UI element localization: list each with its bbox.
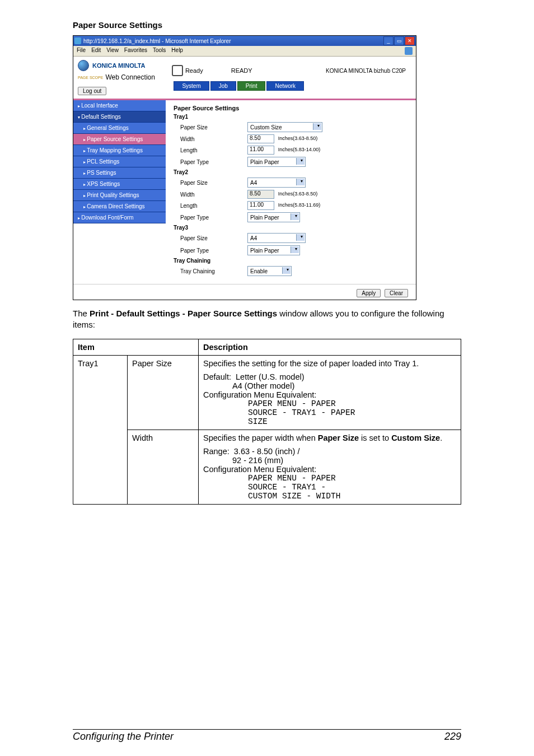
tray1-papertype-label: Paper Type: [174, 159, 247, 165]
footer-left: Configuring the Printer: [73, 731, 174, 743]
tab-print[interactable]: Print: [237, 81, 266, 91]
settings-table: Item Description Tray1 Paper Size Specif…: [73, 339, 461, 505]
r2-b1: Paper Size: [318, 433, 359, 442]
r1-menu2: SOURCE - TRAY1 - PAPER: [203, 408, 456, 417]
th-description: Description: [199, 339, 461, 355]
tab-system[interactable]: System: [174, 81, 209, 91]
globe-icon: [78, 60, 89, 71]
tab-job[interactable]: Job: [210, 81, 236, 91]
r2-end: .: [440, 433, 442, 442]
brand-text: KONICA MINOLTA: [92, 62, 146, 69]
th-item: Item: [73, 339, 199, 355]
r2-cfg-label: Configuration Menu Equivalent:: [203, 465, 316, 474]
minimize-button[interactable]: _: [383, 36, 394, 45]
ready-small: Ready: [185, 67, 203, 74]
ie-favicon-icon: [74, 38, 81, 44]
menu-favorites[interactable]: Favorites: [124, 47, 147, 55]
nav-local-interface[interactable]: Local Interface: [73, 100, 166, 111]
r1-menu3: SIZE: [203, 417, 456, 426]
nav-tray-mapping[interactable]: Tray Mapping Settings: [73, 145, 166, 156]
menu-tools[interactable]: Tools: [153, 47, 166, 55]
tray2-length-input[interactable]: 11.00: [247, 201, 274, 210]
tray3-papersize-select[interactable]: A4: [247, 233, 306, 243]
tray1-papertype-select[interactable]: Plain Paper: [247, 157, 306, 167]
page-footer: Configuring the Printer 229: [73, 729, 461, 743]
tray2-width-label: Width: [174, 192, 247, 198]
ready-big: READY: [231, 67, 252, 74]
tray1-papersize-select[interactable]: Custom Size: [247, 122, 322, 132]
footer-right: 229: [444, 731, 461, 743]
form-heading: Paper Source Settings: [174, 105, 408, 111]
nav-camera-direct[interactable]: Camera Direct Settings: [73, 201, 166, 212]
printer-status-icon: [172, 65, 183, 76]
r2-menu2: SOURCE - TRAY1 -: [203, 483, 456, 492]
web-connection-label: PAGE SCOPE Web Connection: [78, 73, 155, 81]
nav-general-settings[interactable]: General Settings: [73, 123, 166, 134]
traychaining-heading: Tray Chaining: [174, 258, 408, 264]
section-title: Paper Source Settings: [73, 20, 461, 30]
r1-desc: Specifies the setting for the size of pa…: [203, 359, 419, 368]
tray2-width-range: Inches(3.63-8.50): [278, 191, 318, 197]
r1-default-label: Default:: [203, 372, 231, 381]
tray2-length-label: Length: [174, 203, 247, 209]
browser-menubar: File Edit View Favorites Tools Help: [73, 46, 416, 57]
caption-bold: Print - Default Settings - Paper Source …: [90, 309, 277, 318]
r2-mid: is set to: [359, 433, 391, 442]
r1-cfg-label: Configuration Menu Equivalent:: [203, 390, 316, 399]
device-name: KONICA MINOLTA bizhub C20P: [326, 68, 411, 74]
maximize-button[interactable]: ▭: [394, 36, 404, 45]
webconn-text: Web Connection: [105, 73, 155, 81]
nav-xps-settings[interactable]: XPS Settings: [73, 179, 166, 190]
r2-menu1: PAPER MENU - PAPER: [203, 474, 456, 483]
menu-edit[interactable]: Edit: [91, 47, 101, 55]
menu-help[interactable]: Help: [171, 47, 183, 55]
tray3-heading: Tray3: [174, 225, 408, 231]
tray2-length-range: Inches(5.83-11.69): [278, 202, 321, 208]
nav-default-settings[interactable]: Default Settings: [73, 111, 166, 123]
tray2-papersize-select[interactable]: A4: [247, 178, 306, 188]
tray2-heading: Tray2: [174, 169, 408, 175]
window-titlebar: http://192.168.1.2/a_index.html - Micros…: [73, 36, 416, 46]
cell-paper-size-desc: Specifies the setting for the size of pa…: [199, 355, 461, 430]
r2-range1: 3.63 - 8.50 (inch) /: [234, 447, 300, 456]
traychaining-select[interactable]: Enable: [247, 266, 292, 276]
menu-view[interactable]: View: [106, 47, 119, 55]
tray1-papersize-label: Paper Size: [174, 124, 247, 130]
menu-file[interactable]: File: [77, 47, 86, 55]
tray1-width-input[interactable]: 8.50: [247, 134, 274, 143]
logout-button[interactable]: Log out: [78, 87, 106, 95]
tray2-papertype-select[interactable]: Plain Paper: [247, 212, 300, 222]
apply-button[interactable]: Apply: [357, 289, 381, 297]
r2-menu3: CUSTOM SIZE - WIDTH: [203, 492, 456, 501]
main-form: Paper Source Settings Tray1 Paper Size C…: [166, 100, 416, 282]
tray3-papersize-label: Paper Size: [174, 235, 247, 241]
nav-ps-settings[interactable]: PS Settings: [73, 167, 166, 179]
r1-def2: A4 (Other model): [203, 381, 456, 390]
r2-desc-pre: Specifies the paper width when: [203, 433, 318, 442]
sidebar: Local Interface Default Settings General…: [73, 100, 166, 282]
tray1-width-label: Width: [174, 136, 247, 142]
cell-width-desc: Specifies the paper width when Paper Siz…: [199, 430, 461, 504]
nav-download-font[interactable]: Download Font/Form: [73, 212, 166, 223]
tray2-papersize-label: Paper Size: [174, 180, 247, 186]
nav-print-quality[interactable]: Print Quality Settings: [73, 190, 166, 201]
r1-menu1: PAPER MENU - PAPER: [203, 399, 456, 408]
traychaining-label: Tray Chaining: [174, 268, 247, 274]
nav-paper-source-settings[interactable]: Paper Source Settings: [73, 134, 166, 145]
window-title: http://192.168.1.2/a_index.html - Micros…: [83, 38, 383, 44]
ie-logo-icon: [405, 47, 413, 55]
close-button[interactable]: ✕: [405, 36, 415, 45]
tray1-length-range: Inches(5.83-14.00): [278, 147, 321, 152]
caption-pre: The: [73, 309, 90, 318]
r2-range2: 92 - 216 (mm): [203, 456, 456, 465]
nav-pcl-settings[interactable]: PCL Settings: [73, 156, 166, 167]
tray1-length-label: Length: [174, 147, 247, 153]
tray2-papertype-label: Paper Type: [174, 214, 247, 221]
r2-b2: Custom Size: [391, 433, 440, 442]
tab-network[interactable]: Network: [266, 81, 304, 91]
tray3-papertype-select[interactable]: Plain Paper: [247, 245, 300, 255]
tray2-width-input[interactable]: 8.50: [247, 190, 274, 199]
tray1-length-input[interactable]: 11.00: [247, 146, 274, 155]
tray3-papertype-label: Paper Type: [174, 248, 247, 254]
clear-button[interactable]: Clear: [385, 289, 408, 297]
